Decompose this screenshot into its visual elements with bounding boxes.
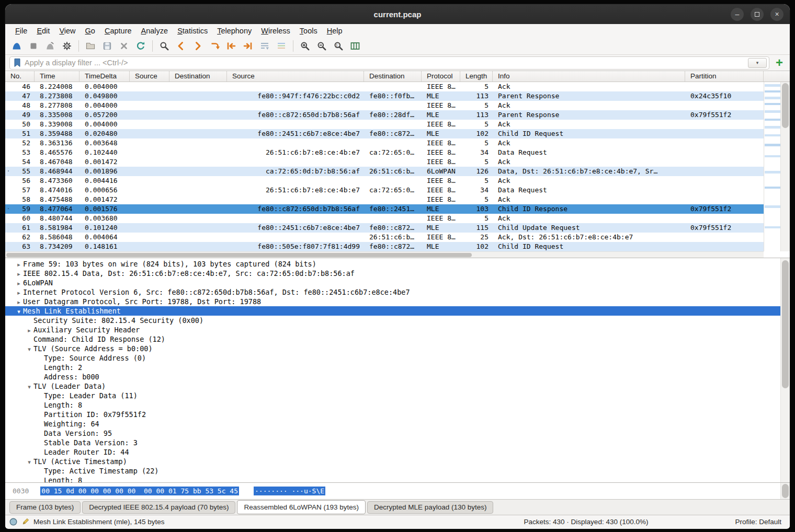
detail-line[interactable]: ▸Auxiliary Security Header (5, 325, 780, 334)
menu-file[interactable]: File (10, 26, 32, 36)
auto-scroll-button[interactable] (256, 39, 273, 53)
status-profile[interactable]: Profile: Default (735, 518, 781, 526)
detail-line[interactable]: ▸IEEE 802.15.4 Data, Dst: 26:51:c6:b7:e8… (5, 269, 780, 278)
scrollbar-thumb[interactable] (782, 484, 789, 498)
menu-analyze[interactable]: Analyze (137, 26, 173, 36)
detail-line[interactable]: Leader Router ID: 44 (5, 447, 780, 457)
detail-line[interactable]: Data Version: 95 (5, 429, 780, 438)
hex-bytes-selected[interactable]: 00 15 0d 00 00 00 00 00 00 00 01 75 bb 5… (40, 487, 239, 495)
last-packet-button[interactable] (240, 39, 256, 53)
close-file-button[interactable] (116, 39, 132, 53)
first-packet-button[interactable] (223, 39, 240, 53)
packet-row-46[interactable]: 468.2240080.004000IEEE 8…5Ack (5, 82, 764, 91)
menu-view[interactable]: View (54, 26, 80, 36)
display-filter-input[interactable] (25, 59, 744, 67)
go-forward-button[interactable] (189, 39, 206, 53)
column-header-source-3[interactable]: Source (130, 71, 169, 82)
capture-options-button[interactable] (59, 39, 75, 53)
scrollbar-thumb[interactable] (782, 260, 789, 388)
expand-arrow-icon[interactable]: ▸ (15, 288, 23, 297)
packet-row-48[interactable]: 488.2778080.004000IEEE 8…5Ack (5, 101, 764, 110)
titlebar[interactable]: current.pcap – × (5, 4, 790, 24)
collapse-arrow-icon[interactable]: ▾ (25, 383, 33, 391)
detail-line[interactable]: Address: b000 (5, 372, 780, 381)
menu-help[interactable]: Help (322, 26, 347, 36)
close-button[interactable]: × (770, 8, 783, 21)
maximize-button[interactable] (751, 8, 764, 21)
packet-row-52[interactable]: 528.3631360.003648IEEE 8…5Ack (5, 138, 764, 148)
packet-row-54[interactable]: 548.4670480.001472IEEE 8…5Ack (5, 157, 764, 167)
packet-list-vscrollbar[interactable] (780, 82, 790, 251)
detail-line[interactable]: ▸User Datagram Protocol, Src Port: 19788… (5, 297, 780, 306)
zoom-in-button[interactable] (297, 39, 313, 53)
restart-capture-button[interactable] (42, 39, 59, 53)
detail-line[interactable]: ▾TLV (Leader Data) (5, 381, 780, 391)
bytes-tab-0[interactable]: Frame (103 bytes) (9, 501, 81, 514)
go-back-button[interactable] (173, 39, 189, 53)
detail-line[interactable]: Weighting: 64 (5, 419, 780, 429)
expert-info-icon[interactable] (9, 518, 17, 526)
menu-tools[interactable]: Tools (295, 26, 322, 36)
colorize-button[interactable] (273, 39, 290, 53)
bytes-tab-2[interactable]: Reassembled 6LoWPAN (193 bytes) (237, 500, 366, 514)
zoom-original-button[interactable]: 1:1 (330, 39, 347, 53)
packet-list-hscrollbar[interactable] (5, 251, 764, 258)
collapse-arrow-icon[interactable]: ▾ (25, 345, 33, 353)
column-header-source-5[interactable]: Source (227, 71, 364, 82)
detail-line[interactable]: Type: Source Address (0) (5, 353, 780, 363)
detail-line[interactable]: Partition ID: 0x79f551f2 (5, 410, 780, 419)
intelligent-scrollbar-minimap[interactable] (765, 82, 780, 251)
scrollbar-thumb[interactable] (6, 253, 472, 257)
packet-row-62[interactable]: 628.5860480.00406426:51:c6:b…IEEE 8…25Ac… (5, 233, 764, 242)
collapse-arrow-icon[interactable]: ▾ (25, 458, 33, 466)
collapse-arrow-icon[interactable]: ▾ (15, 307, 23, 316)
packet-row-61[interactable]: 618.5819840.101240fe80::2451:c6b7:e8ce:4… (5, 223, 764, 233)
detail-line[interactable]: ▾Mesh Link Establishment (5, 306, 780, 316)
filter-history-dropdown[interactable]: ▾ (748, 58, 767, 68)
stop-capture-button[interactable] (25, 39, 42, 53)
detail-line[interactable]: ▸Internet Protocol Version 6, Src: fe80:… (5, 287, 780, 297)
scrollbar-thumb[interactable] (782, 83, 789, 128)
detail-line[interactable]: Type: Leader Data (11) (5, 391, 780, 400)
column-header-time-1[interactable]: Time (35, 71, 80, 82)
go-to-packet-button[interactable] (206, 39, 223, 53)
menu-go[interactable]: Go (81, 26, 100, 36)
packet-row-49[interactable]: 498.3350080.057200fe80::c872:650d:b7b8:5… (5, 110, 764, 120)
hex-vscrollbar[interactable] (780, 483, 790, 499)
detail-line[interactable]: Length: 8 (5, 476, 780, 482)
detail-line[interactable]: ▾TLV (Active Timestamp) (5, 457, 780, 466)
details-vscrollbar[interactable] (780, 258, 790, 482)
expand-arrow-icon[interactable]: ▸ (15, 279, 23, 287)
menu-statistics[interactable]: Statistics (173, 26, 212, 36)
column-header-partition-10[interactable]: Partition (685, 71, 764, 82)
open-file-button[interactable] (82, 39, 99, 53)
packet-row-51[interactable]: 518.3594880.020480fe80::2451:c6b7:e8ce:4… (5, 129, 764, 138)
column-header-destination-4[interactable]: Destination (169, 71, 227, 82)
filter-bookmark-icon[interactable] (14, 58, 21, 67)
detail-line[interactable]: Length: 8 (5, 400, 780, 410)
start-capture-button[interactable] (8, 39, 25, 53)
hex-bytes-pane[interactable]: 0030 00 15 0d 00 00 00 00 00 00 00 01 75… (5, 482, 790, 499)
packet-row-56[interactable]: 568.4733600.004416IEEE 8…5Ack (5, 176, 764, 186)
detail-line[interactable]: ▸6LoWPAN (5, 278, 780, 287)
packet-row-59[interactable]: 59·8.4770640.001576fe80::c872:650d:b7b8:… (5, 204, 764, 214)
packet-row-60[interactable]: 608.4807440.003680IEEE 8…5Ack (5, 214, 764, 223)
menu-wireless[interactable]: Wireless (256, 26, 295, 36)
detail-line[interactable]: Type: Active Timestamp (22) (5, 466, 780, 476)
packet-row-55[interactable]: 55·8.4689440.001896ca:72:65:0d:b7:b8:56:… (5, 167, 764, 176)
resize-columns-button[interactable] (347, 39, 364, 53)
detail-line[interactable]: Length: 2 (5, 363, 780, 372)
packet-row-57[interactable]: 578.4740160.00065626:51:c6:b7:e8:ce:4b:e… (5, 186, 764, 195)
menu-capture[interactable]: Capture (100, 26, 137, 36)
column-header-length-8[interactable]: Length (460, 71, 493, 82)
packet-row-53[interactable]: 538.4655760.10244026:51:c6:b7:e8:ce:4b:e… (5, 148, 764, 157)
expand-arrow-icon[interactable]: ▸ (15, 270, 23, 278)
edit-comment-icon[interactable] (21, 518, 29, 526)
detail-line[interactable]: Command: Child ID Response (12) (5, 334, 780, 344)
packet-row-47[interactable]: 478.2738080.049800fe80::947f:f476:22bc:c… (5, 91, 764, 101)
hex-ascii-selected[interactable]: ········ ···u·S\E (254, 487, 325, 495)
packet-row-58[interactable]: 588.4754880.001472IEEE 8…5Ack (5, 195, 764, 204)
detail-line[interactable]: ▾TLV (Source Address = b0:00) (5, 344, 780, 353)
display-filter-field[interactable]: ▾ (9, 56, 769, 70)
expand-arrow-icon[interactable]: ▸ (25, 326, 33, 334)
